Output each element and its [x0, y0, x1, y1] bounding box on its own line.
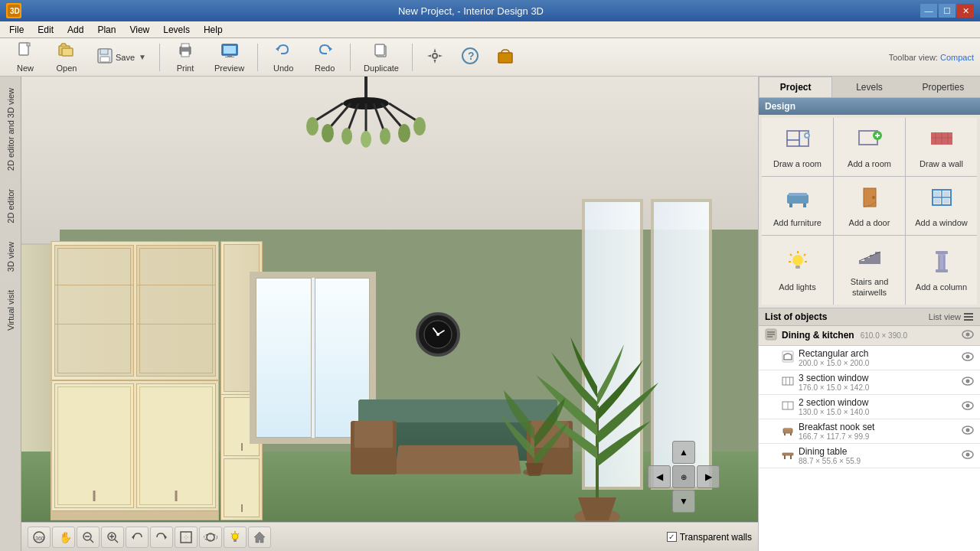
preview-button[interactable]: Preview — [207, 41, 251, 73]
zoom-in-button[interactable] — [101, 527, 124, 548]
svg-rect-119 — [767, 331, 775, 333]
menu-plan[interactable]: Plan — [91, 23, 122, 37]
item-visibility-icon[interactable] — [962, 448, 974, 463]
list-item-3-section-window[interactable]: 3 section window 176.0 × 15.0 × 142.0 — [759, 370, 980, 395]
svg-rect-5 — [62, 48, 73, 56]
object-group-dining-kitchen[interactable]: Dining & kitchen 610.0 × 390.0 — [759, 326, 980, 346]
svg-text:?: ? — [468, 50, 475, 62]
tab-project[interactable]: Project — [759, 77, 832, 97]
item-visibility-icon[interactable] — [962, 424, 974, 439]
tab-properties[interactable]: Properties — [906, 77, 980, 97]
menu-view[interactable]: View — [123, 23, 155, 37]
svg-rect-59 — [181, 532, 191, 543]
viewport[interactable]: ▲ ◀ ⊕ ▶ ▼ 360 ✋ — [21, 77, 758, 551]
undo-view-button[interactable] — [126, 527, 149, 548]
list-item-2-section-window[interactable]: 2 section window 130.0 × 15.0 × 140.0 — [759, 395, 980, 419]
chair-left — [351, 421, 397, 474]
left-tabs: 2D editor and 3D view 2D editor 3D view … — [0, 77, 21, 551]
save-button[interactable]: Save ▼ — [89, 41, 153, 73]
home-button[interactable] — [248, 527, 271, 548]
undo-button[interactable]: Undo — [264, 41, 302, 73]
frame-button[interactable] — [175, 527, 198, 548]
help-icon: ? — [461, 47, 479, 67]
tab-virtual-visit[interactable]: Virtual visit — [1, 282, 21, 339]
svg-point-63 — [204, 534, 217, 540]
open-button[interactable]: Open — [47, 41, 86, 73]
app-icon: 3D — [6, 3, 21, 18]
svg-rect-8 — [100, 57, 109, 62]
svg-rect-117 — [964, 319, 973, 321]
pan-button[interactable]: ✋ — [52, 527, 75, 548]
nav-left[interactable]: ◀ — [648, 465, 671, 488]
orbit-button[interactable] — [199, 527, 222, 548]
tab-2d[interactable]: 2D editor — [1, 181, 21, 232]
item-visibility-icon[interactable] — [962, 350, 974, 365]
stairs-stairwells-button[interactable]: Stairs and stairwells — [834, 236, 905, 304]
print-button[interactable]: Print — [166, 41, 204, 73]
list-item-rectangular-arch[interactable]: Rectangular arch 200.0 × 15.0 × 200.0 — [759, 346, 980, 370]
360-button[interactable]: 360 — [28, 527, 51, 548]
menu-help[interactable]: Help — [198, 23, 229, 37]
new-button[interactable]: New — [6, 41, 44, 73]
svg-line-67 — [238, 533, 239, 534]
add-lights-button[interactable]: Add lights — [762, 236, 833, 304]
nav-center[interactable]: ⊕ — [672, 465, 695, 488]
item-visibility-icon[interactable] — [962, 399, 974, 414]
window — [250, 272, 376, 444]
menu-edit[interactable]: Edit — [31, 23, 60, 37]
tab-2d-3d[interactable]: 2D editor and 3D view — [1, 80, 21, 179]
add-lights-icon — [784, 248, 812, 279]
maximize-button[interactable]: ☐ — [939, 4, 956, 18]
svg-text:✋: ✋ — [59, 531, 70, 544]
item-info: Breakfast nook set 166.7 × 117.7 × 99.9 — [799, 422, 957, 441]
transparent-walls-checkbox[interactable] — [667, 532, 677, 542]
svg-point-34 — [322, 124, 334, 142]
draw-wall-button[interactable]: Draw a wall — [906, 118, 977, 176]
menu-add[interactable]: Add — [61, 23, 90, 37]
duplicate-button[interactable]: Duplicate — [357, 41, 406, 73]
compact-link[interactable]: Compact — [940, 53, 974, 62]
svg-point-90 — [872, 196, 875, 199]
shop-button[interactable] — [489, 41, 521, 73]
svg-marker-17 — [329, 47, 332, 51]
svg-rect-120 — [767, 334, 775, 335]
draw-room-label: Draw a room — [773, 159, 822, 169]
settings-button[interactable] — [419, 41, 451, 73]
draw-room-button[interactable]: Draw a room — [762, 118, 833, 176]
redo-view-button[interactable] — [150, 527, 173, 548]
svg-rect-96 — [934, 199, 940, 204]
zoom-out-button[interactable] — [77, 527, 100, 548]
item-visibility-icon[interactable] — [962, 375, 974, 390]
nav-up[interactable]: ▲ — [672, 441, 695, 464]
list-item-breakfast-nook-set[interactable]: Breakfast nook set 166.7 × 117.7 × 99.9 — [759, 419, 980, 444]
ceiling — [21, 77, 758, 245]
svg-rect-127 — [782, 377, 793, 385]
menu-levels[interactable]: Levels — [157, 23, 196, 37]
close-button[interactable]: ✕ — [957, 4, 974, 18]
tab-levels[interactable]: Levels — [832, 77, 906, 97]
group-visibility-icon[interactable] — [962, 328, 974, 343]
nav-right[interactable]: ▶ — [697, 465, 720, 488]
list-view-button[interactable]: List view — [929, 311, 974, 322]
draw-wall-label: Draw a wall — [920, 159, 963, 169]
item-name: Dining table — [799, 446, 957, 457]
help-button[interactable]: ? — [454, 41, 486, 73]
redo-button[interactable]: Redo — [305, 41, 344, 73]
toolbar-separator-2 — [257, 44, 258, 71]
add-column-button[interactable]: Add a column — [906, 236, 977, 304]
list-item-dining-table[interactable]: Dining table 88.7 × 55.6 × 55.9 — [759, 444, 980, 468]
add-window-button[interactable]: Add a window — [906, 177, 977, 235]
menu-file[interactable]: File — [3, 23, 30, 37]
tab-3d[interactable]: 3D view — [1, 233, 21, 280]
add-furniture-button[interactable]: Add furniture — [762, 177, 833, 235]
add-furniture-icon — [784, 184, 812, 215]
add-door-button[interactable]: Add a door — [834, 177, 905, 235]
group-expand-icon — [765, 328, 777, 343]
furniture-icon — [782, 424, 794, 439]
save-dropdown-arrow[interactable]: ▼ — [139, 53, 146, 61]
window-title: New Project, - Interior Design 3D — [21, 5, 920, 17]
lights-button[interactable] — [224, 527, 247, 548]
nav-down[interactable]: ▼ — [672, 490, 695, 513]
minimize-button[interactable]: — — [920, 4, 937, 18]
add-room-button[interactable]: Add a room — [834, 118, 905, 176]
